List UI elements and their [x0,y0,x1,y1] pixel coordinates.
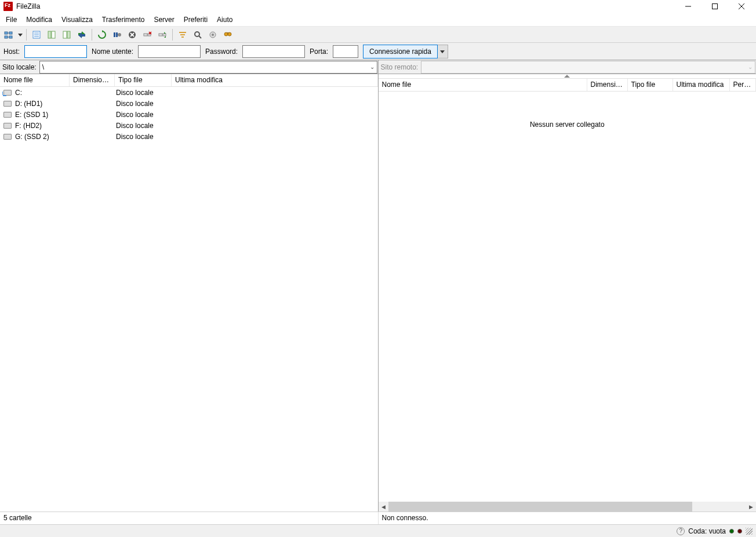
col-tipo-file[interactable]: Tipo file [628,79,673,91]
local-site-bar: Sito locale: \ ⌄ [0,60,378,74]
compare-button[interactable] [206,28,220,42]
quickconnect-dropdown[interactable] [438,45,448,59]
row-type: Disco locale [115,89,172,97]
close-button[interactable] [728,0,755,13]
menu-file[interactable]: File [1,13,21,26]
port-input[interactable] [333,45,358,58]
disconnect-button[interactable] [140,28,154,42]
row-type: Disco locale [115,100,172,108]
col-ultima-modifica[interactable]: Ultima modifica [172,74,378,86]
menu-aiuto[interactable]: Aiuto [212,13,237,26]
svg-rect-5 [5,36,8,38]
menu-server[interactable]: Server [149,13,179,26]
chevron-down-icon: ⌄ [748,64,753,70]
local-site-label: Sito locale: [0,63,39,71]
toolbar-separator [92,29,92,41]
remote-status: Non connesso. [379,512,757,524]
remote-panel: Sito remoto: ⌄ Nome file Dimensio... Tip… [379,60,757,512]
table-row[interactable]: F: (HD2)Disco locale [0,120,378,131]
remote-scrollbar-horizontal[interactable]: ◀ ▶ [379,502,757,512]
scroll-track[interactable] [388,502,747,512]
svg-rect-26 [144,34,147,36]
maximize-button[interactable] [702,0,728,13]
local-list-body[interactable]: C:Disco localeD: (HD1)Disco localeE: (SS… [0,87,378,512]
menu-visualizza[interactable]: Visualizza [57,13,97,26]
menu-modifica[interactable]: Modifica [21,13,57,26]
help-icon[interactable]: ? [677,527,685,535]
reconnect-button[interactable] [155,28,169,42]
svg-point-40 [228,32,231,36]
svg-rect-15 [48,31,51,38]
resize-grip[interactable] [746,528,753,535]
quickconnect-button[interactable]: Connessione rapida [363,45,438,59]
svg-marker-10 [18,34,23,36]
col-nome-file[interactable]: Nome file [379,79,587,91]
remote-list-header: Nome file Dimensio... Tipo file Ultima m… [379,79,757,92]
svg-rect-6 [9,32,12,34]
row-name: C: [15,89,22,97]
row-name: D: (HD1) [15,100,42,108]
svg-rect-31 [163,34,166,36]
svg-point-22 [118,33,121,36]
row-type: Disco locale [115,133,172,141]
scroll-thumb[interactable] [388,502,693,512]
toggle-local-tree-button[interactable] [45,28,59,42]
process-queue-button[interactable] [110,28,124,42]
toggle-log-button[interactable] [30,28,43,42]
filter-button[interactable] [176,28,190,42]
local-list-header: Nome file Dimension... Tipo file Ultima … [0,74,378,87]
remote-list-body[interactable]: Nessun server collegato [379,92,757,502]
local-site-combo[interactable]: \ ⌄ [39,61,377,74]
svg-rect-17 [63,31,67,38]
menubar: File Modifica Visualizza Trasferimento S… [0,13,756,27]
site-manager-button[interactable] [2,28,16,42]
local-panel: Sito locale: \ ⌄ Nome file Dimension... … [0,60,379,512]
remote-site-combo[interactable]: ⌄ [421,61,755,74]
queue-status: Coda: vuota [688,527,726,535]
col-dimensione[interactable]: Dimension... [70,74,115,86]
table-row[interactable]: G: (SSD 2)Disco locale [0,131,378,142]
password-label: Password: [205,48,238,56]
table-row[interactable]: C:Disco locale [0,87,378,98]
svg-point-35 [195,32,199,36]
minimize-button[interactable] [675,0,702,13]
svg-marker-41 [440,50,445,53]
col-dimensione[interactable]: Dimensio... [587,79,628,91]
local-status: 5 cartelle [0,512,379,524]
table-row[interactable]: D: (HD1)Disco locale [0,98,378,109]
svg-rect-1 [713,4,718,9]
refresh-button[interactable] [95,28,109,42]
svg-rect-4 [5,32,8,34]
svg-point-39 [224,32,228,36]
site-manager-dropdown[interactable] [17,28,23,42]
username-input[interactable] [138,45,201,58]
col-ultima-modifica[interactable]: Ultima modifica [673,79,730,91]
scroll-right-icon[interactable]: ▶ [746,502,756,512]
main-content: Sito locale: \ ⌄ Nome file Dimension... … [0,60,756,512]
window-title: FileZilla [16,2,675,10]
led-activity-down [729,529,734,534]
drive-icon [3,123,12,129]
svg-rect-7 [9,36,12,38]
toggle-queue-button[interactable] [75,28,89,42]
cancel-button[interactable] [125,28,139,42]
table-row[interactable]: E: (SSD 1)Disco locale [0,109,378,120]
svg-rect-20 [114,32,115,37]
host-input[interactable] [24,45,87,58]
col-nome-file[interactable]: Nome file [0,74,70,86]
col-permessi[interactable]: Permessi [730,79,757,91]
svg-rect-21 [116,32,118,37]
scroll-left-icon[interactable]: ◀ [379,502,388,512]
password-input[interactable] [242,45,305,58]
find-button[interactable] [221,28,235,42]
col-tipo-file[interactable]: Tipo file [115,74,172,86]
svg-rect-30 [159,34,162,36]
search-button[interactable] [191,28,205,42]
menu-preferiti[interactable]: Preferiti [179,13,212,26]
local-site-value: \ [42,63,44,71]
toolbar-separator [172,29,173,41]
svg-point-38 [212,34,214,36]
menu-trasferimento[interactable]: Trasferimento [97,13,150,26]
toggle-remote-tree-button[interactable] [60,28,74,42]
remote-tree-collapse[interactable] [379,74,757,79]
